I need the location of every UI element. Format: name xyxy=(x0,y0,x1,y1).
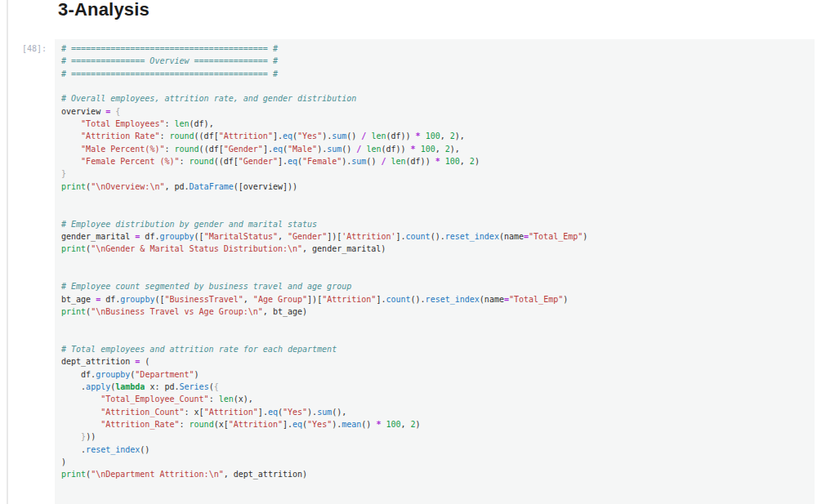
code-token: ) xyxy=(475,157,480,166)
code-token: ) xyxy=(583,232,587,241)
code-token: { xyxy=(115,107,120,116)
code-token: , xyxy=(460,157,470,166)
code-token: "Gender" xyxy=(288,232,327,241)
code-token: 100 xyxy=(445,157,460,166)
code-editor[interactable]: # ======================================… xyxy=(55,39,815,504)
code-token: df. xyxy=(100,295,120,304)
code-token: ])[ xyxy=(327,232,342,241)
code-token: (). xyxy=(431,232,445,241)
code-token: ). xyxy=(322,132,332,140)
code-token: # Employee count segmented by business t… xyxy=(61,282,351,291)
code-line: gender_marital = df.groupby(["MaritalSta… xyxy=(61,230,808,243)
code-token: ), xyxy=(450,145,460,154)
code-token: gender_marital xyxy=(61,232,135,241)
code-token: "\nOverview:\n" xyxy=(91,182,164,191)
code-token: "BusinessTravel" xyxy=(164,295,243,304)
code-token: ((df[ xyxy=(214,157,239,166)
code-token: () xyxy=(140,445,150,454)
code-token: ((df[ xyxy=(194,132,219,140)
code-token: ]. xyxy=(273,132,283,140)
code-token: ). xyxy=(342,157,351,166)
code-token: df. xyxy=(140,232,159,241)
code-line: # =============== Overview =============… xyxy=(61,55,808,67)
code-line xyxy=(61,256,808,268)
code-line xyxy=(61,80,808,92)
code-token: lambda xyxy=(115,382,145,391)
code-token: (df)) xyxy=(386,132,415,140)
code-token: DataFrame xyxy=(190,182,234,191)
code-token: , pd. xyxy=(164,182,189,191)
code-token: reset_index xyxy=(426,295,480,304)
code-line: "Female Percent (%)": round((df["Gender"… xyxy=(61,155,808,167)
code-line: "Total Employees": len(df), xyxy=(61,118,808,130)
code-token: ([ xyxy=(154,295,164,304)
code-token: . xyxy=(61,445,86,454)
code-token: "Department" xyxy=(135,370,194,379)
code-token: , xyxy=(278,232,288,241)
code-token: round xyxy=(169,132,194,140)
code-token: "Yes" xyxy=(307,420,332,429)
code-line: print("\nOverview:\n", pd.DataFrame([ove… xyxy=(61,181,808,193)
code-token: (df), xyxy=(190,119,214,128)
code-token: mean xyxy=(342,420,361,429)
code-token: "Gender" xyxy=(224,145,263,154)
code-line xyxy=(61,268,808,280)
code-token: (df)) xyxy=(381,145,410,154)
code-cell[interactable]: # ======================================… xyxy=(55,39,815,504)
code-token: eq xyxy=(292,420,302,429)
code-token: () xyxy=(366,157,381,166)
code-token: (name xyxy=(499,232,524,241)
code-token: : xyxy=(164,145,174,154)
code-token: ) xyxy=(194,370,199,379)
code-line: ) xyxy=(61,456,808,468)
code-line: .apply(lambda x: pd.Series({ xyxy=(61,381,808,393)
code-line: # ======================================… xyxy=(61,68,808,80)
code-token: eq xyxy=(273,145,283,154)
code-token: "\nGender & Marital Status Distribution:… xyxy=(91,244,302,253)
code-token: , xyxy=(440,132,450,140)
code-token: Series xyxy=(180,382,209,391)
code-token: "Attrition" xyxy=(219,132,273,140)
code-token: : xyxy=(180,420,190,429)
code-token xyxy=(61,432,81,441)
code-token xyxy=(61,408,100,417)
code-line: # Total employees and attrition rate for… xyxy=(61,343,808,355)
code-token: (name xyxy=(480,295,504,304)
code-token: . xyxy=(61,382,86,391)
code-token: ])[ xyxy=(307,295,322,304)
code-token: () xyxy=(346,132,361,140)
code-token: ]. xyxy=(278,157,288,166)
code-token: reset_index xyxy=(86,445,140,454)
code-line: "Attrition_Rate": round(x["Attrition"].e… xyxy=(61,418,808,430)
code-token: "Gender" xyxy=(239,157,278,166)
code-token: , bt_age) xyxy=(263,307,307,316)
code-token: # Total employees and attrition rate for… xyxy=(61,345,337,354)
code-token: "Female Percent (%)" xyxy=(81,157,179,166)
code-token: dept_attrition xyxy=(61,357,135,366)
code-line xyxy=(61,318,808,330)
code-token: "Total_Emp" xyxy=(529,232,583,241)
code-line: } xyxy=(61,167,808,180)
code-token: "Male Percent(%)" xyxy=(81,145,164,154)
code-token: print xyxy=(61,244,86,253)
code-line: print("\nGender & Marital Status Distrib… xyxy=(61,243,808,255)
code-token: ), xyxy=(455,132,465,140)
code-token: ([overview])) xyxy=(234,182,297,191)
code-token: "Female" xyxy=(302,157,342,166)
code-token: "Yes" xyxy=(297,132,322,140)
code-token: )) xyxy=(86,432,96,441)
code-token: ( xyxy=(140,357,150,366)
code-token: "Attrition Rate" xyxy=(81,132,159,140)
code-token: ). xyxy=(317,145,327,154)
code-token: eq xyxy=(283,132,292,140)
code-token: } xyxy=(61,169,66,178)
code-token: "Total Employees" xyxy=(81,119,164,128)
code-token: (), xyxy=(332,408,346,417)
code-line: print("\nDepartment Attrition:\n", dept_… xyxy=(61,468,808,480)
code-line: overview = { xyxy=(61,105,808,118)
code-token: print xyxy=(61,182,86,191)
code-token: round xyxy=(190,157,214,166)
code-token: ) xyxy=(416,420,421,429)
code-token xyxy=(61,420,100,429)
code-token: "Attrition" xyxy=(322,295,376,304)
